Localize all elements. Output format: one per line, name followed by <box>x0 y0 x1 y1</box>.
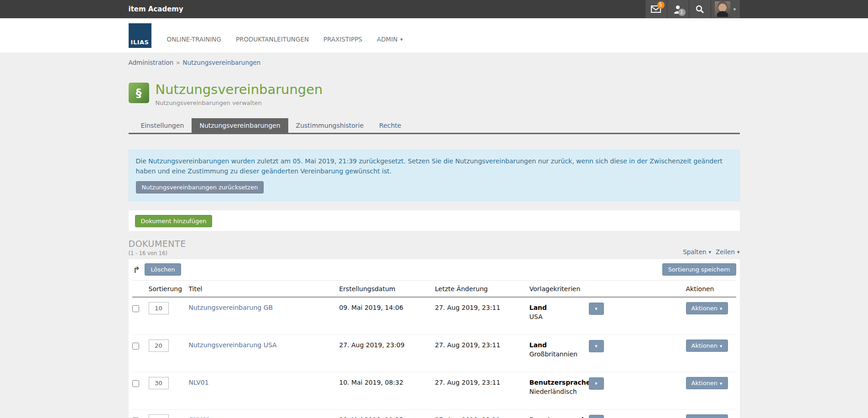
caret-down-icon: ▾ <box>733 7 736 12</box>
info-message-text: Die Nutzungsvereinbarungen wurden zuletz… <box>136 157 724 176</box>
table-row: NLV01 10. Mai 2019, 08:32 27. Aug 2019, … <box>132 372 736 410</box>
documents-section-title: DOKUMENTE <box>129 239 186 249</box>
row-checkbox[interactable] <box>132 305 139 312</box>
caret-down-icon: ▾ <box>595 343 598 349</box>
breadcrumb-nutzungsvereinbarungen[interactable]: Nutzungsvereinbarungen <box>183 59 261 66</box>
nav-praxistipps[interactable]: PRAXISTIPPS <box>323 36 362 43</box>
tab-rechte[interactable]: Rechte <box>371 118 409 133</box>
columns-menu[interactable]: Spalten ▾ <box>683 248 711 256</box>
criterion-value: USA <box>530 313 589 320</box>
user-menu-button[interactable]: ▾ <box>711 0 740 18</box>
table-row: Nutzungsvereinbarung USA 27. Aug 2019, 2… <box>132 335 736 372</box>
site-header: ILIAS ONLINE-TRAINING PRODUKTANLEITUNGEN… <box>0 18 868 52</box>
delete-button[interactable]: Löschen <box>145 263 181 276</box>
criterion-value: Großbritannien <box>530 350 589 358</box>
top-bar: item Academy 5 1 ▾ <box>0 0 868 18</box>
row-checkbox[interactable] <box>132 343 139 350</box>
actions-label: Aktionen <box>691 342 718 349</box>
search-button[interactable] <box>689 0 711 18</box>
caret-down-icon: ▾ <box>595 381 598 387</box>
tab-nutzungsvereinbarungen[interactable]: Nutzungsvereinbarungen <box>192 118 288 133</box>
sort-order-input[interactable] <box>149 302 169 314</box>
sort-order-input[interactable] <box>149 377 169 389</box>
created-date: 28. Mai 2019, 11:35 <box>339 416 435 418</box>
caret-down-icon: ▾ <box>737 250 740 255</box>
page-title: Nutzungsvereinbarungen <box>156 83 323 97</box>
modified-date: 27. Aug 2019, 23:11 <box>435 379 530 386</box>
user-avatar <box>715 1 730 17</box>
col-header-erstellungsdatum: Erstellungsdatum <box>339 285 435 293</box>
main-navigation: ONLINE-TRAINING PRODUKTANLEITUNGEN PRAXI… <box>167 36 403 52</box>
col-header-vorlagekriterien: Vorlagekriterien <box>530 285 686 293</box>
mail-button[interactable]: 5 <box>645 0 667 18</box>
col-header-aktionen: Aktionen <box>686 285 736 293</box>
columns-menu-label: Spalten <box>683 248 706 256</box>
breadcrumb-administration[interactable]: Administration <box>129 59 174 66</box>
caret-down-icon: ▾ <box>720 306 722 312</box>
caret-down-icon: ▾ <box>720 343 722 349</box>
who-is-online-button[interactable]: 1 <box>667 0 689 18</box>
actions-label: Aktionen <box>691 380 718 387</box>
info-message-box: Die Nutzungsvereinbarungen wurden zuletz… <box>129 150 740 201</box>
page-subtitle: Nutzungsvereinbarungen verwalten <box>156 99 323 106</box>
criterion-type: Land <box>530 304 547 311</box>
nav-admin[interactable]: ADMIN ▾ <box>377 36 403 43</box>
modified-date: 27. Aug 2019, 23:11 <box>435 341 530 349</box>
documents-count: (1 - 16 von 16) <box>129 250 186 256</box>
table-row: Nutzungsvereinbarung GB 09. Mai 2019, 14… <box>132 298 736 335</box>
caret-down-icon: ▾ <box>720 381 722 387</box>
topbar-actions: 5 1 ▾ <box>645 0 740 18</box>
page-title-block: § Nutzungsvereinbarungen Nutzungsvereinb… <box>129 83 740 106</box>
criterion-dropdown-button[interactable]: ▾ <box>589 377 604 390</box>
paragraph-icon: § <box>129 83 149 103</box>
modified-date: 27. Aug 2019, 23:11 <box>435 304 530 311</box>
nav-online-training[interactable]: ONLINE-TRAINING <box>167 36 221 43</box>
col-header-letzte-aenderung: Letzte Änderung <box>435 285 530 293</box>
apply-selection-arrow-icon: ↱ <box>133 265 140 275</box>
tab-einstellungen[interactable]: Einstellungen <box>133 118 192 133</box>
caret-down-icon: ▾ <box>400 37 403 42</box>
row-actions-button[interactable]: Aktionen▾ <box>686 340 728 352</box>
created-date: 10. Mai 2019, 08:32 <box>339 379 435 386</box>
criterion-dropdown-button[interactable]: ▾ <box>589 340 604 352</box>
criterion-type: Land <box>530 341 547 349</box>
sort-order-input[interactable] <box>149 340 169 352</box>
document-title-link[interactable]: NLV01 <box>189 379 339 386</box>
document-toolbar: Dokument hinzufügen <box>129 210 740 231</box>
document-title-link[interactable]: CNV01 <box>189 416 339 418</box>
document-title-link[interactable]: Nutzungsvereinbarung USA <box>189 341 339 349</box>
rows-menu-label: Zeilen <box>716 248 735 256</box>
ilias-logo[interactable]: ILIAS <box>129 23 151 48</box>
document-title-link[interactable]: Nutzungsvereinbarung GB <box>189 304 339 311</box>
table-row: CNV01 28. Mai 2019, 11:35 27. Aug 2019, … <box>132 410 736 418</box>
table-header-row: Sortierung Titel Erstellungsdatum Letzte… <box>132 281 736 298</box>
modified-date: 27. Aug 2019, 23:11 <box>435 416 530 418</box>
online-badge: 1 <box>678 9 686 16</box>
tab-zustimmungshistorie[interactable]: Zustimmungshistorie <box>288 118 372 133</box>
criterion-value: Niederländisch <box>530 388 589 395</box>
criterion-type: Benutzersprache <box>530 416 591 418</box>
criterion-dropdown-button[interactable]: ▾ <box>589 415 604 418</box>
rows-menu[interactable]: Zeilen ▾ <box>716 248 739 256</box>
row-actions-button[interactable]: Aktionen▾ <box>686 377 728 389</box>
reset-agreements-button[interactable]: Nutzungsvereinbarungen zurücksetzen <box>136 181 264 193</box>
row-actions-button[interactable]: Aktionen▾ <box>686 302 728 314</box>
row-actions-button[interactable]: Aktionen▾ <box>686 414 728 418</box>
col-header-titel: Titel <box>189 285 339 293</box>
breadcrumb-separator: » <box>176 59 180 66</box>
save-sorting-button[interactable]: Sortierung speichern <box>662 263 736 276</box>
search-icon <box>696 5 704 13</box>
criterion-type: Benutzersprache <box>530 379 591 386</box>
documents-header: DOKUMENTE (1 - 16 von 16) Spalten ▾ Zeil… <box>129 239 740 256</box>
row-checkbox[interactable] <box>132 380 139 387</box>
nav-produktanleitungen[interactable]: PRODUKTANLEITUNGEN <box>236 36 309 43</box>
sort-order-input[interactable] <box>149 414 169 418</box>
breadcrumb: Administration»Nutzungsvereinbarungen <box>129 59 740 66</box>
brand-title: item Academy <box>129 5 183 13</box>
caret-down-icon: ▾ <box>595 306 598 312</box>
criterion-dropdown-button[interactable]: ▾ <box>589 303 604 315</box>
documents-table-panel: ↱ Löschen Sortierung speichern Sortierun… <box>129 259 740 418</box>
col-header-sortierung: Sortierung <box>149 285 189 293</box>
actions-label: Aktionen <box>691 305 718 312</box>
add-document-button[interactable]: Dokument hinzufügen <box>135 215 213 227</box>
